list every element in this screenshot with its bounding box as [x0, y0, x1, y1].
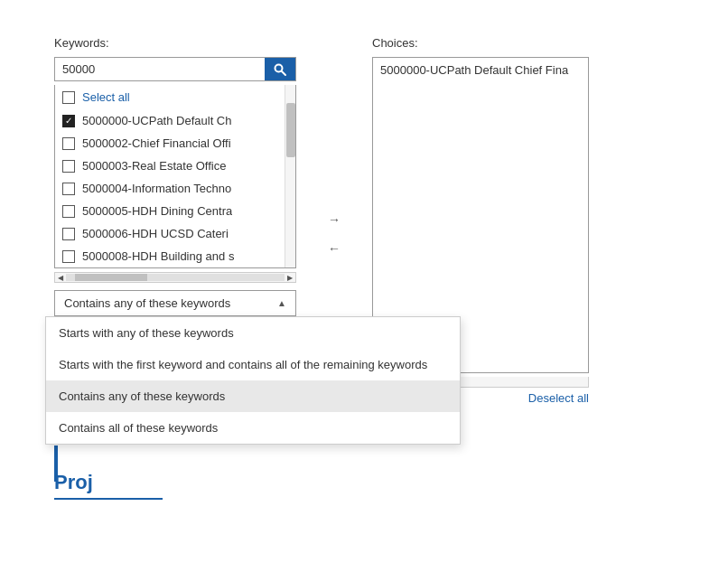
move-right-button[interactable]: →: [323, 209, 345, 230]
item-5-checkbox[interactable]: [62, 228, 75, 240]
scrollbar-thumb[interactable]: [286, 103, 295, 157]
item-6-label: 5000008-HDH Building and s: [82, 249, 234, 263]
filter-dropdown-menu: Starts with any of these keywords Starts…: [45, 316, 461, 445]
keywords-panel: Keywords: Select all: [54, 36, 296, 405]
search-input[interactable]: [55, 58, 265, 80]
list-item[interactable]: 5000000-UCPath Default Ch: [55, 109, 295, 132]
dropdown-option-1[interactable]: Starts with the first keyword and contai…: [46, 349, 460, 380]
item-2-label: 5000003-Real Estate Office: [82, 159, 226, 173]
list-item[interactable]: 5000005-HDH Dining Centra: [55, 200, 295, 222]
item-1-checkbox[interactable]: [62, 137, 75, 150]
scroll-thumb[interactable]: [75, 274, 147, 281]
list-item[interactable]: 5000006-HDH UCSD Cateri: [55, 222, 295, 245]
scroll-right-arrow[interactable]: ▶: [285, 272, 295, 283]
svg-line-1: [282, 71, 285, 75]
list-item[interactable]: 5000002-Chief Financial Offi: [55, 132, 295, 155]
select-all-label[interactable]: Select all: [82, 90, 130, 104]
item-4-checkbox[interactable]: [62, 205, 75, 218]
select-all-row[interactable]: Select all: [55, 85, 295, 109]
vertical-scrollbar[interactable]: [285, 85, 295, 267]
item-0-label: 5000000-UCPath Default Ch: [82, 114, 232, 127]
list-item[interactable]: 5000003-Real Estate Office: [55, 155, 295, 177]
dropdown-option-2[interactable]: Contains any of these keywords: [46, 380, 460, 412]
move-left-button[interactable]: ←: [323, 238, 345, 259]
scroll-track: [66, 274, 285, 281]
widget-area: Keywords: Select all: [54, 36, 589, 405]
dropdown-option-0[interactable]: Starts with any of these keywords: [46, 317, 460, 349]
deselect-all-link[interactable]: Deselect all: [528, 391, 589, 405]
horizontal-scrollbar[interactable]: ◀ ▶: [54, 272, 296, 283]
filter-dropdown-value: Contains any of these keywords: [64, 296, 230, 310]
search-icon: [273, 62, 287, 77]
bottom-section: Proj: [54, 471, 163, 500]
item-2-checkbox[interactable]: [62, 160, 75, 173]
list-item[interactable]: 5000008-HDH Building and s: [55, 245, 295, 267]
list-item[interactable]: 5000004-Information Techno: [55, 177, 295, 200]
item-3-label: 5000004-Information Techno: [82, 182, 231, 195]
search-box: [54, 57, 296, 81]
filter-dropdown-container: Contains any of these keywords ▲ Starts …: [54, 290, 296, 316]
scroll-left-arrow[interactable]: ◀: [55, 272, 66, 283]
checkbox-list: Select all 5000000-UCPath Default Ch 500…: [54, 85, 296, 268]
item-0-checkbox[interactable]: [62, 115, 75, 127]
item-4-label: 5000005-HDH Dining Centra: [82, 204, 232, 218]
item-6-checkbox[interactable]: [62, 250, 75, 263]
item-1-label: 5000002-Chief Financial Offi: [82, 136, 231, 150]
filter-dropdown-selected[interactable]: Contains any of these keywords ▲: [54, 290, 296, 316]
choices-label: Choices:: [372, 36, 589, 50]
item-3-checkbox[interactable]: [62, 183, 75, 195]
proj-label: Proj: [54, 471, 163, 500]
choice-item-0: 5000000-UCPath Default Chief Fina: [373, 58, 588, 82]
search-button[interactable]: [265, 58, 295, 80]
chevron-up-icon: ▲: [277, 298, 286, 308]
dropdown-option-3[interactable]: Contains all of these keywords: [46, 412, 460, 444]
select-all-checkbox[interactable]: [62, 91, 75, 104]
page-container: Keywords: Select all: [0, 0, 728, 572]
item-5-label: 5000006-HDH UCSD Cateri: [82, 227, 229, 240]
keywords-label: Keywords:: [54, 36, 296, 50]
